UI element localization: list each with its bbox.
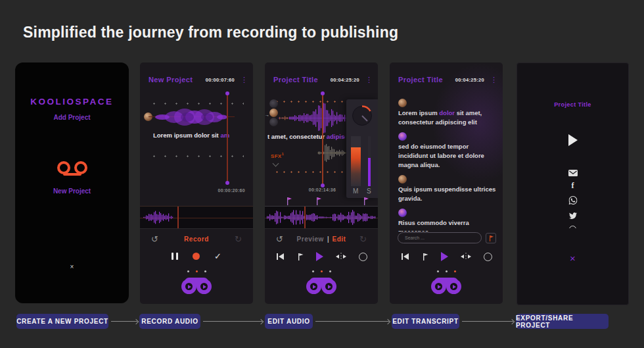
speaker-avatar-active[interactable] (269, 109, 278, 117)
koolio-logo (306, 278, 336, 294)
search-input[interactable] (398, 232, 482, 243)
edit-header: Project Title 00:04:25:20 ⋮ (265, 73, 378, 86)
speaker-avatar (398, 99, 407, 107)
mini-squiggle (279, 115, 289, 121)
transcript-entry[interactable]: Lorem ipsum dolor sit amet, consectetur … (398, 99, 496, 127)
flag-icon (489, 236, 494, 241)
transport-controls (265, 251, 378, 262)
record-tab[interactable]: Record (184, 236, 209, 243)
skip-to-start-icon[interactable] (401, 253, 409, 261)
flow-arrow (203, 321, 262, 322)
add-flag-icon[interactable] (297, 253, 304, 261)
flag-marker-icon (287, 197, 292, 205)
play-button[interactable] (316, 252, 323, 261)
facebook-icon[interactable]: f (572, 181, 574, 191)
transcript-entry[interactable]: sed do eiusmod tempor incididunt ut labo… (398, 132, 496, 170)
transcript-header: Project Title 00:04:25:20 ⋮ (390, 73, 503, 86)
close-icon[interactable]: × (15, 263, 129, 270)
level-meter-left[interactable] (351, 136, 361, 186)
loop-icon[interactable] (484, 253, 492, 261)
kebab-menu-icon[interactable]: ⋮ (490, 76, 497, 83)
speaker-avatar (398, 209, 407, 217)
project-title[interactable]: New Project (149, 76, 193, 84)
redo-icon[interactable]: ↻ (359, 234, 367, 244)
step-chip-create: CREATE A NEW PROJECT (16, 314, 108, 329)
record-button[interactable] (193, 253, 200, 260)
transcript-entry[interactable]: Risus commodo viverra maecenas (398, 209, 496, 232)
screen-edit-transcript: Project Title 00:04:25:20 ⋮ Lorem ipsum … (390, 62, 503, 304)
loop-icon[interactable] (359, 253, 367, 261)
add-project-label[interactable]: Add Project (15, 114, 129, 121)
skip-to-start-icon[interactable] (276, 253, 285, 261)
live-caption: Lorem ipsum dolor sit am (153, 132, 236, 139)
mode-row: ↺ Record ↻ (140, 234, 253, 244)
voicemail-icon[interactable] (57, 161, 87, 176)
close-icon[interactable]: × (517, 253, 628, 264)
timeline-minimap[interactable] (140, 206, 253, 229)
flow-arrow (315, 321, 389, 322)
undo-icon[interactable]: ↺ (151, 234, 158, 244)
flow-arrow (462, 321, 513, 322)
clip-timecode: 00:00:20:60 (218, 188, 245, 193)
flag-filter-button[interactable] (486, 233, 496, 243)
chevron-down-icon[interactable] (273, 161, 279, 167)
page-dots[interactable] (140, 270, 253, 272)
twitter-icon[interactable] (568, 211, 578, 222)
sfx-label[interactable]: SFX1 (271, 152, 284, 159)
level-meter-right[interactable] (368, 136, 371, 186)
redo-icon[interactable]: ↻ (235, 234, 242, 244)
minimap-playhead (177, 207, 179, 228)
gain-knob[interactable] (351, 105, 373, 127)
record-controls: ✓ (140, 249, 253, 262)
split-clip-icon[interactable] (461, 253, 471, 261)
recording-waveform (154, 100, 228, 134)
page-title: Simplified the journey from recording to… (23, 24, 398, 41)
playhead[interactable] (322, 93, 323, 186)
split-clip-icon[interactable] (336, 253, 346, 261)
clipped-share-icon[interactable] (569, 226, 577, 228)
flag-marker-icon (363, 197, 369, 205)
minimap-playhead (304, 207, 306, 228)
step-chip-edit-transcript: EDIT TRANSCRIPT (392, 314, 459, 329)
screen-edit-audio: Project Title 00:04:25:20 ⋮ → t amet, co… (265, 62, 378, 304)
avatar-arrow-icon: → (265, 112, 269, 117)
screen-record-audio: New Project 00:00:07:60 ⋮ Lorem ipsum (140, 62, 253, 304)
preview-tab[interactable]: Preview (297, 236, 324, 243)
whatsapp-icon[interactable] (568, 195, 577, 207)
page-dots[interactable] (390, 270, 503, 272)
pause-button[interactable] (172, 253, 178, 260)
email-icon[interactable] (568, 167, 578, 179)
edit-tab[interactable]: Edit (333, 236, 346, 243)
timeline-minimap[interactable] (265, 206, 378, 229)
play-button[interactable] (568, 134, 578, 146)
caption-line: t amet, consectetur adipiscin (267, 133, 345, 140)
mode-row: ↺ Preview | Edit ↻ (265, 234, 378, 244)
edit-waveform (288, 99, 346, 137)
speaker-avatar-next[interactable] (269, 118, 278, 126)
confirm-button[interactable]: ✓ (214, 251, 221, 261)
playhead[interactable] (227, 93, 228, 183)
kebab-menu-icon[interactable]: ⋮ (365, 76, 373, 83)
kebab-menu-icon[interactable]: ⋮ (241, 76, 248, 83)
speaker-avatar (398, 175, 407, 184)
flow-arrow (111, 321, 137, 322)
timecode: 00:00:07:60 (206, 77, 235, 83)
transcript-entry[interactable]: Quis ipsum suspendisse ultrices gravida. (398, 175, 496, 203)
timeline-ticks-bottom (273, 171, 344, 173)
project-title[interactable]: Project Title (398, 76, 443, 84)
speaker-avatar-prev[interactable] (269, 99, 278, 108)
step-chip-edit-audio: EDIT AUDIO (265, 314, 313, 329)
koolio-logo (181, 278, 212, 294)
new-project-button[interactable]: New Project (15, 187, 129, 195)
transport-controls (390, 251, 503, 262)
play-button[interactable] (441, 252, 448, 261)
flag-marker-icon (316, 197, 321, 205)
add-flag-icon[interactable] (422, 253, 428, 261)
undo-icon[interactable]: ↺ (276, 234, 283, 244)
solo-button[interactable]: S (367, 187, 371, 195)
step-chip-record: RECORD AUDIO (139, 314, 200, 329)
project-title[interactable]: Project Title (273, 76, 318, 84)
page-dots[interactable] (265, 270, 378, 272)
tab-divider: | (327, 236, 329, 243)
brand-logo: KOOLIOSPACE (15, 97, 129, 107)
